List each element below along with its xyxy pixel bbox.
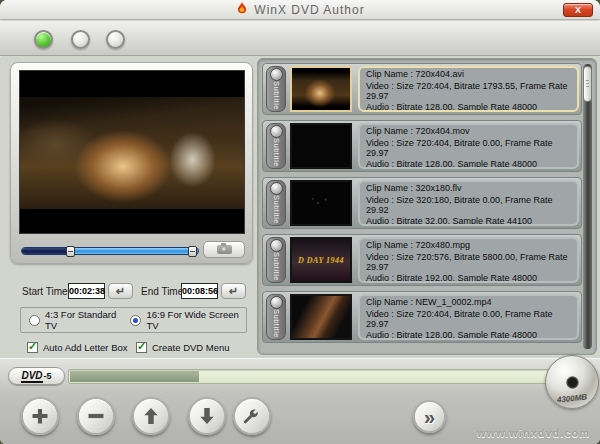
video-screen [19,70,245,234]
dvd-disc-icon: 4300MB [545,355,599,409]
clip-info-box: Clip Name : 320x180.flv Video : Size 320… [358,180,579,226]
subtitle-button-icon[interactable] [270,125,283,138]
clip-thumbnail[interactable] [290,66,352,112]
clip-row[interactable]: Subtitle Clip Name : 720x404.mov Video :… [262,120,582,172]
trim-time-row: Start Time : 00:02:38 ↵ End Time : 00:08… [0,283,253,301]
subtitle-button-icon[interactable] [270,182,283,195]
green-indicator-button[interactable] [34,30,53,49]
checkbox-letterbox[interactable] [27,342,38,353]
radio-icon[interactable] [29,315,40,326]
clip-audio-line: Audio : Bitrate 192.00, Sample Rate 4800… [366,273,571,284]
scrollbar-thumb[interactable] [583,66,592,102]
clip-video-line: Video : Size 720:404, Bitrate 0.00, Fram… [366,309,571,330]
video-preview-panel [10,62,253,264]
trim-start-handle[interactable] [66,246,75,257]
subtitle-tab[interactable]: Subtitle [266,180,286,226]
arrow-up-icon [141,406,161,426]
website-text: www.winxdvd.com [477,427,590,439]
subtitle-button-icon[interactable] [270,296,283,309]
video-frame [20,97,244,209]
end-time-apply-button[interactable]: ↵ [221,283,246,299]
move-up-button[interactable] [132,397,170,435]
camera-icon [217,245,232,254]
clip-audio-line: Audio : Bitrate 128.00, Sample Rate 4800… [366,159,571,170]
subtitle-tab[interactable]: Subtitle [266,66,286,112]
arrow-down-icon [197,406,217,426]
start-time-label: Start Time : [22,286,73,297]
wrench-icon [242,406,262,426]
add-clip-button[interactable] [21,397,59,435]
auto-letterbox-option[interactable]: Auto Add Letter Box [27,342,128,353]
clip-name-line: Clip Name : 320x180.flv [366,183,571,194]
subtitle-tab-label: Subtitle [272,195,281,224]
subtitle-tab[interactable]: Subtitle [266,237,286,283]
subtitle-tab[interactable]: Subtitle [266,123,286,169]
main-area: Start Time : 00:02:38 ↵ End Time : 00:08… [0,57,600,358]
clip-video-line: Video : Size 720:404, Bitrate 0.00, Fram… [366,138,571,159]
subtitle-tab-label: Subtitle [272,309,281,338]
disc-size-label: 4300MB [546,391,599,405]
disc-type-button[interactable]: DVD -5 [8,367,65,385]
capacity-fill [70,371,199,382]
clip-thumbnail[interactable] [290,294,352,340]
subtitle-button-icon[interactable] [270,68,283,81]
aspect-option[interactable]: 4:3 For Standard TV [29,309,130,331]
letterbox-label: Auto Add Letter Box [43,342,128,353]
snapshot-button[interactable] [203,241,245,258]
clip-thumbnail[interactable] [290,123,352,169]
move-down-button[interactable] [188,397,226,435]
window-title-wrap: WinX DVD Author [235,1,364,18]
minus-icon [86,406,106,426]
clip-thumbnail[interactable]: D DAY 1944 [290,237,352,283]
title-bar[interactable]: WinX DVD Author X [0,0,600,20]
thumbnail-caption: D DAY 1944 [298,256,344,265]
checkbox-menu[interactable] [136,342,147,353]
clip-name-line: Clip Name : 720x404.avi [366,69,571,80]
clip-video-line: Video : Size 720:576, Bitrate 5800.00, F… [366,252,571,273]
subtitle-button-icon[interactable] [270,239,283,252]
app-window: WinX DVD Author X [0,0,600,444]
dvd-options-row: Auto Add Letter Box Create DVD Menu [20,342,250,356]
dvd-suffix: -5 [44,371,52,381]
clip-name-line: Clip Name : 720x404.mov [366,126,571,137]
clip-thumbnail[interactable] [290,180,352,226]
aspect-option-label: 16:9 For Wide Screen TV [146,309,246,331]
scrollbar-track[interactable] [583,64,592,349]
start-time-field[interactable]: 00:02:38 [68,283,105,299]
clip-audio-line: Audio : Bitrate 32.00, Sample Rate 44100 [366,216,571,227]
create-dvd-menu-option[interactable]: Create DVD Menu [136,342,230,353]
trim-end-handle[interactable] [188,246,197,257]
next-step-button[interactable]: » [413,400,446,433]
settings-button[interactable] [233,397,271,435]
clip-info-box: Clip Name : 720x404.mov Video : Size 720… [358,123,579,169]
start-time-apply-button[interactable]: ↵ [108,283,133,299]
gray-round-button-1[interactable] [71,30,90,49]
clip-audio-line: Audio : Bitrate 128.00, Sample Rate 4800… [366,330,571,341]
subtitle-tab-label: Subtitle [272,138,281,167]
clip-row[interactable]: Subtitle Clip Name : 320x180.flv Video :… [262,177,582,229]
close-button[interactable]: X [563,3,593,17]
clip-row[interactable]: Subtitle D DAY 1944 Clip Name : 720x480.… [262,234,582,286]
remove-clip-button[interactable] [77,397,115,435]
menu-label: Create DVD Menu [152,342,230,353]
clip-row[interactable]: Subtitle Clip Name : NEW_1_0002.mp4 Vide… [262,291,582,343]
radio-icon[interactable] [130,315,141,326]
end-time-field[interactable]: 00:08:56 [181,283,218,299]
clip-name-line: Clip Name : NEW_1_0002.mp4 [366,297,571,308]
window-title: WinX DVD Author [254,3,364,17]
aspect-option[interactable]: 16:9 For Wide Screen TV [130,309,246,331]
aspect-ratio-groupbox: 4:3 For Standard TV 16:9 For Wide Screen… [20,307,247,333]
bottom-bar: DVD -5 4300MB [0,358,600,444]
subtitle-tab-label: Subtitle [272,81,281,110]
clip-row[interactable]: Subtitle Clip Name : 720x404.avi Video :… [262,63,582,115]
trim-slider-track[interactable] [21,247,199,255]
flame-icon [235,1,249,18]
dvd-logo: DVD [21,370,42,383]
clip-info-box: Clip Name : 720x404.avi Video : Size 720… [358,66,579,112]
clip-info-box: Clip Name : 720x480.mpg Video : Size 720… [358,237,579,283]
double-chevron-icon: » [424,404,435,430]
disc-hole [566,376,579,389]
subtitle-tab[interactable]: Subtitle [266,294,286,340]
clip-name-line: Clip Name : 720x480.mpg [366,240,571,251]
gray-round-button-2[interactable] [106,30,125,49]
